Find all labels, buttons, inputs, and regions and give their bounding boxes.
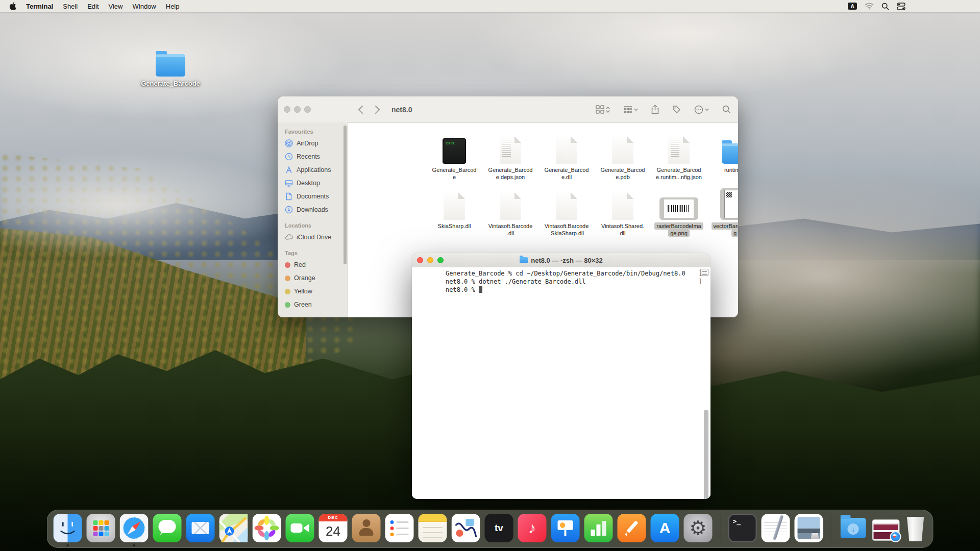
file-dll[interactable]: Generate_Barcode.dll [540, 132, 593, 181]
apple-menu-icon[interactable] [9, 2, 16, 10]
back-button[interactable] [358, 105, 363, 114]
menu-shell[interactable]: Shell [63, 3, 78, 10]
dock-minimized-safari-window[interactable] [872, 519, 900, 541]
split-pane-button[interactable] [700, 269, 708, 276]
file-pdb[interactable]: Generate_Barcode.pdb [596, 132, 649, 181]
file-deps-json[interactable]: Generate_Barcode.deps.json [484, 132, 537, 181]
sidebar-item-downloads[interactable]: Downloads [278, 203, 348, 216]
dock-reminders-icon[interactable] [385, 514, 414, 542]
exec-badge: exec [446, 141, 455, 145]
file-label: Vintasoft.Barcode.dll [484, 222, 537, 237]
dock-notes-icon[interactable] [419, 514, 447, 542]
dock-tv-icon[interactable]: tv [485, 514, 513, 542]
file-raster-barcode-image-png-selected[interactable]: rasterBarcodeImage.png [652, 188, 705, 237]
sidebar-tag-red[interactable]: Red [278, 258, 348, 271]
terminal-scrollbar[interactable] [704, 410, 708, 499]
share-icon[interactable] [651, 105, 659, 114]
document-icon [285, 192, 293, 201]
dock-system-settings-icon[interactable]: ⚙ [684, 514, 713, 542]
dock-app-store-icon[interactable]: A [651, 514, 679, 542]
zoom-button[interactable] [304, 106, 311, 113]
tag-dot-green [285, 302, 290, 308]
sidebar-heading-tags: Tags [285, 250, 348, 256]
sidebar-item-recents[interactable]: Recents [278, 150, 348, 163]
dock-calendar-icon[interactable]: DEC 24 [319, 514, 348, 542]
sidebar-label: Downloads [297, 206, 328, 213]
menu-app-name[interactable]: Terminal [26, 3, 53, 10]
terminal-cursor [479, 286, 482, 293]
terminal-content[interactable]: Generate_Barcode % cd ~/Desktop/Generate… [412, 267, 710, 499]
dock-facetime-icon[interactable] [286, 514, 314, 542]
menu-view[interactable]: View [109, 3, 123, 10]
terminal-line: Generate_Barcode % cd ~/Desktop/Generate… [446, 270, 695, 278]
sidebar-item-applications[interactable]: Applications [278, 163, 348, 177]
sidebar-tag-orange[interactable]: Orange [278, 271, 348, 285]
group-by-button[interactable] [623, 106, 638, 113]
running-indicator [67, 544, 69, 546]
dock-maps-icon[interactable] [219, 514, 248, 542]
dock-finder-icon[interactable] [54, 514, 82, 542]
trash-basket [906, 517, 925, 541]
terminal-titlebar: net8.0 — -zsh — 80×32 [412, 253, 710, 268]
menu-help[interactable]: Help [166, 3, 180, 10]
document-icon [500, 192, 521, 220]
dock-music-icon[interactable]: ♪ [518, 514, 547, 542]
forward-button[interactable] [375, 105, 380, 114]
dock-numbers-icon[interactable] [584, 514, 613, 542]
dock-contacts-icon[interactable] [352, 514, 381, 542]
file-vector-barcode-svg-selected[interactable]: vectorBarcode.svg [708, 188, 738, 237]
downloads-icon [285, 206, 293, 214]
sidebar-item-icloud-drive[interactable]: iCloud Drive [278, 231, 348, 244]
spotlight-search-icon[interactable] [881, 3, 889, 10]
sidebar-item-documents[interactable]: Documents [278, 190, 348, 203]
menu-edit[interactable]: Edit [87, 3, 99, 10]
sidebar-label: Applications [297, 166, 331, 173]
document-icon [612, 192, 633, 220]
file-vintasoft-shared-dll[interactable]: Vintasoft.Shared.dll [596, 188, 649, 237]
terminal-window-title: net8.0 — -zsh — 80×32 [412, 257, 710, 264]
wifi-icon[interactable] [865, 3, 874, 10]
search-icon[interactable] [722, 105, 731, 114]
dock-mail-icon[interactable] [186, 514, 215, 542]
file-vintasoft-barcode-dll[interactable]: Vintasoft.Barcode.dll [484, 188, 537, 237]
terminal-line: net8.0 % dotnet ./Generate_Barcode.dll [446, 278, 695, 286]
file-generate-barcode-exec[interactable]: exec Generate_Barcode [428, 132, 481, 181]
file-label: rasterBarcodeImage.png [652, 222, 705, 237]
icon-view-button[interactable] [596, 105, 610, 114]
menu-window[interactable]: Window [133, 3, 156, 10]
dock-messages-icon[interactable] [153, 514, 182, 542]
tags-icon[interactable] [672, 105, 681, 114]
app-store-letter: A [659, 519, 671, 537]
more-options-button[interactable] [694, 105, 709, 114]
dock-downloads-folder-icon[interactable]: ↓ [839, 514, 868, 542]
dock-launchpad-icon[interactable] [87, 514, 115, 542]
file-vintasoft-barcode-skiasharp-dll[interactable]: Vintasoft.Barcode.SkiaSharp.dll [540, 188, 593, 237]
sidebar-tag-green[interactable]: Green [278, 298, 348, 311]
tv-label: tv [495, 522, 503, 534]
file-label: Generate_Barcode.runtim...nfig.json [652, 166, 705, 181]
sidebar-item-desktop[interactable]: Desktop [278, 177, 348, 190]
sidebar-label: Green [294, 301, 312, 308]
dock-pages-icon[interactable] [618, 514, 646, 542]
minimize-button[interactable] [294, 106, 301, 113]
dock-terminal-icon[interactable]: >_ [728, 514, 757, 542]
file-runtimeconfig-json[interactable]: Generate_Barcode.runtim...nfig.json [652, 132, 705, 181]
desktop-folder-generate-barcode[interactable]: Generate_Barcode [138, 54, 203, 87]
terminal-window: net8.0 — -zsh — 80×32 Generate_Barcode %… [412, 253, 710, 499]
sidebar-tag-yellow[interactable]: Yellow [278, 285, 348, 298]
sidebar-scrollbar[interactable] [344, 126, 347, 264]
input-source-icon[interactable]: A [848, 3, 857, 10]
folder-runtimes[interactable]: runtimes [708, 132, 738, 173]
file-label: Generate_Barcode.deps.json [484, 166, 537, 181]
dock-trash-icon[interactable] [904, 514, 927, 542]
dock-keynote-icon[interactable] [551, 514, 580, 542]
control-center-icon[interactable] [897, 3, 905, 10]
dock-preview-icon[interactable] [795, 514, 823, 542]
dock-safari-icon[interactable] [120, 514, 149, 542]
file-skiasharp-dll[interactable]: SkiaSharp.dll [428, 188, 481, 230]
close-button[interactable] [284, 106, 290, 113]
dock-freeform-icon[interactable] [452, 514, 480, 542]
dock-textedit-icon[interactable] [762, 514, 790, 542]
sidebar-item-airdrop[interactable]: AirDrop [278, 137, 348, 150]
dock-photos-icon[interactable] [253, 514, 281, 542]
